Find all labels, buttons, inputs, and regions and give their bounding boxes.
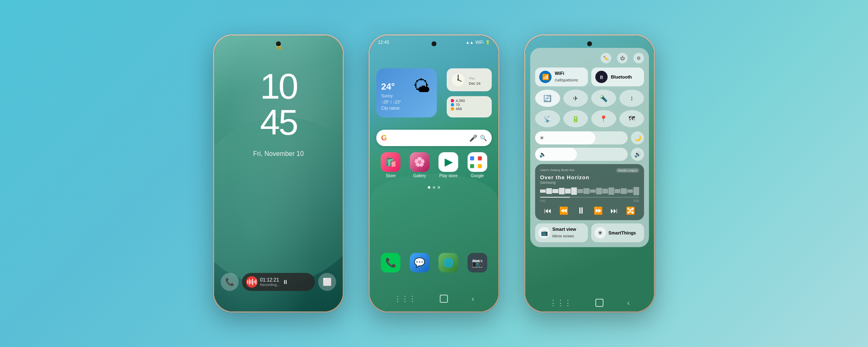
app-internet[interactable]: 🌐 (439, 253, 458, 273)
bluetooth-toggle[interactable]: ʙ Bluetooth (591, 68, 644, 86)
wifi-toggle[interactable]: 📶 WiFi CellSpot5GHz (535, 68, 588, 86)
brightness-slider[interactable]: ☀ (535, 131, 628, 144)
bluetooth-label: Bluetooth (611, 74, 632, 79)
weather-city: City name (381, 106, 432, 110)
smart-things-button[interactable]: ✳ SmartThings (591, 223, 644, 242)
dark-mode-toggle[interactable]: 🌙 (631, 131, 644, 144)
rewind-button[interactable]: ⏪ (559, 206, 568, 215)
nav-home[interactable] (440, 295, 448, 303)
wave-seg (546, 188, 552, 194)
app-gallery-icon[interactable]: 🌸 Gallery (410, 152, 429, 178)
camera-shortcut-button[interactable]: ⬜ (318, 273, 336, 291)
steps-value: 4,350 (456, 99, 465, 103)
next-track-button[interactable]: ⏭ (610, 207, 618, 215)
rotation-toggle[interactable]: 🔄 (535, 90, 560, 107)
wave-bar (249, 279, 250, 285)
app-phone[interactable]: 📞 (381, 253, 400, 273)
wave-seg (583, 188, 589, 194)
nav-recents[interactable]: ⋮⋮⋮ (394, 294, 416, 303)
wave-bar (255, 279, 256, 284)
app-google-icon[interactable]: Google (468, 152, 487, 178)
app-store-icon[interactable]: 🛍️ Store (381, 152, 400, 178)
media-time-current: 0:41 (540, 199, 546, 202)
recording-bar[interactable]: 01:12:21 Recording... ⏸ (242, 273, 315, 291)
weather-widget[interactable]: 🌤 24° Sunny ↑28° / ↓23° City name (376, 68, 437, 117)
page-dots (370, 186, 498, 189)
media-progress-bar[interactable] (540, 197, 639, 198)
camera-notch-3 (587, 41, 592, 46)
flashlight-toggle[interactable]: 🔦 (591, 90, 616, 107)
nav-back-3[interactable]: ‹ (627, 299, 630, 307)
location-toggle[interactable]: 📍 (591, 110, 616, 127)
scan-toggle[interactable]: 🗺 (619, 110, 644, 127)
media-output-label[interactable]: Media output (616, 168, 639, 173)
volume-slider[interactable]: 🔈 (535, 148, 628, 161)
google-mic-icon[interactable]: 🎤 (469, 134, 477, 142)
google-dot-4 (478, 164, 482, 168)
lock-screen-date: Fri, November 10 (214, 150, 343, 158)
health-widget[interactable]: 4,350 70 458 (447, 96, 492, 117)
recording-time: 01:12:21 (260, 277, 280, 283)
calories-dot (451, 107, 454, 110)
health-steps: 4,350 (451, 99, 488, 103)
play-label: Play store (439, 174, 457, 178)
app-messages[interactable]: 💬 (410, 253, 429, 273)
media-player: User's Galaxy Buds live Media output Ove… (535, 164, 644, 220)
bottom-dock: 📞 💬 🌐 📷 (376, 253, 492, 273)
clock-widget[interactable]: Thu, Dec 24 (447, 68, 492, 91)
sound-mode-toggle[interactable]: 🔊 (631, 148, 644, 161)
phones-container: 🔒 10 45 Fri, November 10 📞 (0, 0, 868, 347)
svg-point-3 (457, 79, 459, 81)
battery-saver-toggle[interactable]: 🔋 (563, 110, 588, 127)
quick-toggles-row-1: 🔄 ✈ 🔦 ↕ (535, 90, 644, 107)
media-controls: ⏮ ⏪ ⏸ ⏩ ⏭ 🔀 (540, 205, 639, 216)
app-play-icon[interactable]: ▶ Play store (439, 152, 458, 178)
clock-analog (451, 72, 466, 87)
clock-date: Thu, Dec 24 (469, 74, 481, 86)
battery-icon: 🔋 (485, 40, 490, 45)
media-source: User's Galaxy Buds live (540, 168, 574, 173)
smart-things-label: SmartThings (608, 230, 636, 235)
pause-icon[interactable]: ⏸ (283, 279, 288, 285)
edit-icon[interactable]: ✏️ (601, 53, 611, 63)
google-lens-icon[interactable]: 🔍 (480, 135, 487, 141)
nav-back[interactable]: ‹ (472, 295, 474, 303)
power-icon[interactable]: ⏻ (617, 53, 628, 63)
google-search-bar[interactable]: G 🎤 🔍 (376, 130, 492, 146)
settings-icon[interactable]: ⚙ (633, 53, 644, 63)
google-dot-1 (470, 156, 474, 160)
internet-icon: 🌐 (439, 253, 458, 273)
wave-seg (602, 189, 608, 194)
nfc-toggle[interactable]: 📡 (535, 110, 560, 127)
store-label: Store (386, 174, 396, 178)
app-camera[interactable]: 📷 (468, 253, 487, 273)
nav-home-3[interactable] (595, 299, 604, 307)
airplane-toggle[interactable]: ✈ (563, 90, 588, 107)
smart-things-icon: ✳ (594, 227, 606, 239)
recording-info: 01:12:21 Recording... (260, 277, 280, 287)
phone-1: 🔒 10 45 Fri, November 10 📞 (213, 34, 344, 313)
play-pause-button[interactable]: ⏸ (576, 205, 585, 216)
google-label: Google (471, 174, 484, 178)
media-title: Over the Horizon (540, 174, 639, 180)
time-minute: 45 (214, 104, 343, 140)
shuffle-button[interactable]: 🔀 (626, 206, 635, 215)
weather-icon: 🌤 (413, 77, 430, 96)
google-icon-img (468, 152, 487, 172)
media-waveform (540, 187, 639, 195)
wave-seg (577, 189, 583, 193)
play-icon-img: ▶ (439, 152, 458, 172)
recording-label: Recording... (260, 283, 280, 287)
camera-icon: ⬜ (323, 277, 332, 286)
mobile-data-toggle[interactable]: ↕ (619, 90, 644, 107)
call-button[interactable]: 📞 (221, 273, 239, 291)
fast-forward-button[interactable]: ⏩ (594, 206, 603, 215)
status-time: 12:45 (378, 40, 389, 45)
phone-3: HORIZON ✏️ ⏻ ⚙ (524, 34, 655, 313)
prev-track-button[interactable]: ⏮ (544, 207, 552, 215)
wave-bar (254, 281, 255, 283)
nav-recents-3[interactable]: ⋮⋮⋮ (549, 298, 572, 307)
wave-bar (252, 279, 253, 285)
smart-view-button[interactable]: 📺 Smart view Mirror screen (535, 223, 588, 242)
wifi-status-icon: WiFi (475, 40, 484, 45)
